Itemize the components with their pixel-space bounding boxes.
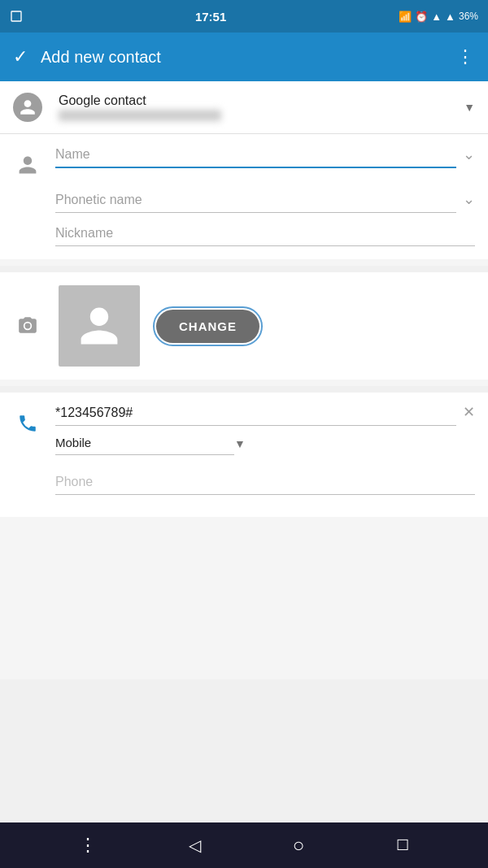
phonetic-input-row: ⌄ (55, 189, 475, 213)
overflow-menu-button[interactable]: ⋮ (456, 46, 475, 67)
square-icon (10, 10, 23, 23)
account-email (59, 110, 221, 121)
back-button[interactable]: ◁ (189, 835, 201, 855)
status-time: 17:51 (195, 10, 226, 24)
account-info: Google contact (59, 93, 221, 121)
add-phone-row (13, 462, 475, 517)
bottom-nav: ⋮ ◁ ○ ☐ (0, 822, 488, 868)
name-field-content: ⌄ (55, 144, 475, 168)
phone-icon (13, 409, 42, 438)
confirm-button[interactable]: ✓ (13, 46, 28, 67)
nickname-input[interactable] (55, 223, 475, 246)
more-options-button[interactable]: ⋮ (79, 835, 97, 856)
status-bar-right: 📶 ⏰ ▲ ▲ 36% (399, 11, 478, 23)
nickname-field-row (13, 213, 475, 259)
account-dropdown-arrow[interactable]: ▼ (464, 101, 475, 114)
wifi-icon: ▲ (431, 11, 442, 23)
name-expand-button[interactable]: ⌄ (463, 145, 475, 168)
nickname-field-content (55, 223, 475, 246)
phone-field-area: ✕ Mobile Home Work Other ▼ (55, 402, 475, 462)
signal2-icon: ▲ (445, 11, 455, 23)
phone-input-row: ✕ (55, 402, 475, 426)
phonetic-field-row: ⌄ (13, 180, 475, 213)
recent-apps-button[interactable]: ☐ (396, 836, 409, 854)
person-icon (13, 150, 42, 180)
name-input-wrapper (55, 144, 456, 168)
name-section: ⌄ ⌄ (0, 134, 488, 259)
phonetic-field-content: ⌄ (55, 189, 475, 213)
alarm-icon: ⏰ (415, 11, 428, 23)
account-avatar-icon (13, 93, 42, 122)
add-phone-input[interactable] (55, 471, 475, 495)
phone-type-select[interactable]: Mobile Home Work Other (55, 432, 234, 455)
phone-type-row: Mobile Home Work Other ▼ (55, 432, 475, 455)
phonetic-expand-button[interactable]: ⌄ (463, 190, 475, 213)
remove-phone-button[interactable]: ✕ (463, 403, 475, 426)
phone-type-dropdown-arrow[interactable]: ▼ (234, 437, 246, 450)
phonetic-input[interactable] (55, 189, 456, 213)
contact-photo-thumbnail (59, 285, 140, 367)
phonetic-input-wrapper (55, 189, 456, 213)
svg-rect-0 (11, 11, 21, 21)
page-title: Add new contact (41, 48, 456, 67)
section-gap-1 (0, 259, 488, 266)
app-bar: ✓ Add new contact ⋮ (0, 33, 488, 81)
status-bar: 17:51 📶 ⏰ ▲ ▲ 36% (0, 0, 488, 33)
photo-section: CHANGE (0, 272, 488, 380)
name-input[interactable] (55, 144, 456, 168)
phone-section: ✕ Mobile Home Work Other ▼ (0, 393, 488, 517)
nickname-input-wrapper (55, 223, 475, 246)
change-photo-button[interactable]: CHANGE (156, 310, 259, 343)
name-input-row: ⌄ (55, 144, 475, 168)
account-row[interactable]: Google contact ▼ (0, 81, 488, 134)
phone-number-input[interactable] (55, 402, 456, 426)
name-field-row: ⌄ (13, 134, 475, 180)
nickname-input-row (55, 223, 475, 246)
account-type-label: Google contact (59, 93, 221, 108)
home-button[interactable]: ○ (293, 834, 305, 857)
section-gap-2 (0, 380, 488, 386)
section-gap-3 (0, 517, 488, 679)
signal-icon: 📶 (399, 11, 412, 23)
camera-icon (13, 311, 42, 341)
account-select[interactable]: Google contact ▼ (59, 93, 475, 121)
status-bar-left (10, 10, 23, 23)
phone-row: ✕ Mobile Home Work Other ▼ (13, 393, 475, 462)
battery-text: 36% (459, 11, 478, 22)
